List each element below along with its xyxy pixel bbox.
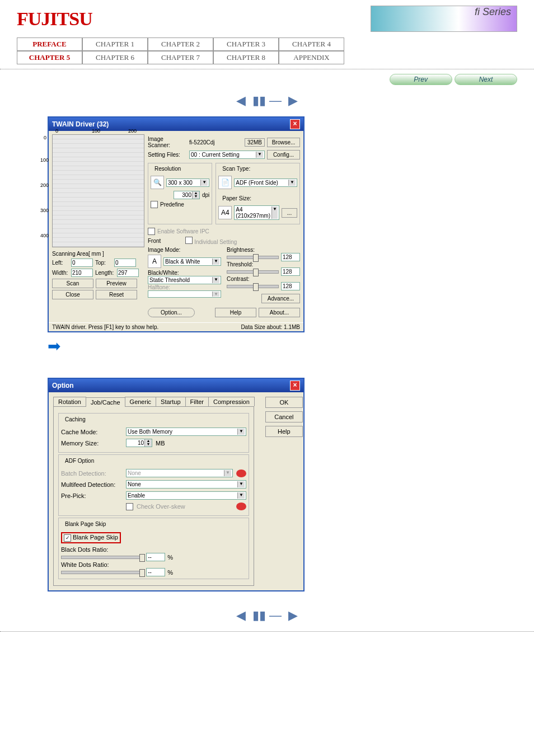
paper-size-combo[interactable]: A4 (210x297mm)▼ <box>234 205 279 220</box>
image-mode-combo[interactable]: Black & White▼ <box>163 257 221 266</box>
multifeed-combo[interactable]: None▼ <box>126 480 246 489</box>
dpi-input[interactable] <box>174 191 192 199</box>
image-mode-icon: A <box>148 255 161 268</box>
option-help-button[interactable]: Help <box>265 426 303 437</box>
option-button[interactable]: Option... <box>148 308 195 317</box>
ipc-checkbox <box>148 228 155 235</box>
twain-dialog: TWAIN Driver (32) × 0 100 200 0 100 200 … <box>48 116 305 332</box>
tab-generic[interactable]: Generic <box>125 397 157 406</box>
white-ratio-slider[interactable] <box>61 571 144 574</box>
brightness-slider[interactable] <box>227 256 279 259</box>
preview-area: 0 100 200 0 100 200 300 400 <box>52 134 144 247</box>
white-ratio-value[interactable] <box>146 568 165 576</box>
nav-ch1[interactable]: CHAPTER 1 <box>82 37 148 51</box>
option-title: Option <box>52 382 74 389</box>
scan-type-icon: 📄 <box>218 176 232 189</box>
width-input[interactable] <box>71 269 93 277</box>
nav-appendix[interactable]: APPENDIX <box>279 51 344 64</box>
cancel-button[interactable]: Cancel <box>265 411 303 422</box>
tab-jobcache[interactable]: Job/Cache <box>86 397 125 407</box>
nav-ch2[interactable]: CHAPTER 2 <box>148 37 213 51</box>
ok-button[interactable]: OK <box>265 397 303 408</box>
page-next-icon-b[interactable]: ▶ <box>288 608 298 622</box>
option-close-icon[interactable]: × <box>290 381 300 391</box>
arrow-right-icon: ➡ <box>48 337 534 355</box>
black-ratio-value[interactable] <box>146 553 165 561</box>
individual-checkbox <box>185 237 193 244</box>
browse-button[interactable]: Browse... <box>267 138 300 147</box>
memory-size-input[interactable] <box>127 439 144 447</box>
prev-button[interactable]: Prev <box>390 74 452 85</box>
option-dialog: Option × Rotation Job/Cache Generic Star… <box>48 378 305 591</box>
nav-ch5[interactable]: CHAPTER 5 <box>17 51 82 64</box>
scan-button[interactable]: Scan <box>52 279 93 288</box>
bw-combo[interactable]: Static Threshold▼ <box>148 276 221 284</box>
tab-rotation[interactable]: Rotation <box>53 397 86 406</box>
paper-size-icon: A4 <box>218 206 232 219</box>
resolution-icon: 🔍 <box>151 176 164 189</box>
resolution-combo[interactable]: 300 x 300▼ <box>166 179 209 187</box>
close-button[interactable]: Close <box>52 290 93 299</box>
advance-button[interactable]: Advance... <box>261 294 300 303</box>
threshold-slider[interactable] <box>227 270 279 274</box>
prepick-combo[interactable]: Enable▼ <box>126 491 246 500</box>
preview-button[interactable]: Preview <box>96 279 137 288</box>
contrast-value[interactable] <box>281 282 300 290</box>
threshold-value[interactable] <box>281 267 300 276</box>
tab-compression[interactable]: Compression <box>208 397 255 406</box>
nav-preface[interactable]: PREFACE <box>17 37 82 51</box>
top-input[interactable] <box>114 259 136 267</box>
length-input[interactable] <box>117 269 139 277</box>
nav-ch7[interactable]: CHAPTER 7 <box>148 51 213 64</box>
no-entry-icon <box>236 469 246 477</box>
image-scanner-value: fi-5220Cdj <box>189 139 215 145</box>
close-icon[interactable]: × <box>290 119 300 129</box>
batch-combo: None▼ <box>126 469 233 477</box>
help-button[interactable]: Help <box>215 308 256 317</box>
setting-files-combo[interactable]: 00 : Current Setting▼ <box>189 151 265 159</box>
black-ratio-slider[interactable] <box>61 556 144 559</box>
nav-ch4[interactable]: CHAPTER 4 <box>279 37 344 51</box>
status-text: TWAIN driver. Press [F1] key to show hel… <box>52 324 158 330</box>
page-prev-icon-b[interactable]: ◀ <box>236 608 246 622</box>
chapter-nav: PREFACE CHAPTER 1 CHAPTER 2 CHAPTER 3 CH… <box>17 37 517 64</box>
contrast-slider[interactable] <box>227 285 279 288</box>
blank-page-skip-checkbox[interactable]: ✓ <box>64 534 71 542</box>
no-entry-icon-2 <box>236 503 246 510</box>
banner: fi Series <box>371 6 517 32</box>
reset-button[interactable]: Reset <box>96 290 137 299</box>
fujitsu-logo: FUJITSU <box>17 8 92 30</box>
scanning-area-label: Scanning Area[ mm ] <box>52 251 144 257</box>
brightness-value[interactable] <box>281 253 300 261</box>
config-button[interactable]: Config... <box>267 150 300 159</box>
tab-startup[interactable]: Startup <box>156 397 185 406</box>
cache-mode-combo[interactable]: Use Both Memory▼ <box>126 428 246 436</box>
nav-ch8[interactable]: CHAPTER 8 <box>213 51 279 64</box>
next-button[interactable]: Next <box>455 74 517 85</box>
page-next-icon[interactable]: ▶ <box>288 93 298 107</box>
left-input[interactable] <box>71 259 93 267</box>
pager-bottom: ◀ ▮▮— ▶ <box>0 608 534 623</box>
about-button[interactable]: About... <box>259 308 300 317</box>
halftone-combo: ▼ <box>148 290 221 298</box>
data-size-value: 1.1MB <box>284 324 300 330</box>
predefine-checkbox[interactable] <box>151 201 158 208</box>
paper-more-button[interactable]: ... <box>282 208 297 218</box>
page-prev-icon[interactable]: ◀ <box>236 93 246 107</box>
scan-type-combo[interactable]: ADF (Front Side)▼ <box>234 179 297 187</box>
twain-title: TWAIN Driver (32) <box>52 120 109 128</box>
tab-filter[interactable]: Filter <box>185 397 209 406</box>
overskew-checkbox <box>126 503 133 510</box>
nav-ch3[interactable]: CHAPTER 3 <box>213 37 279 51</box>
pager-top: ◀ ▮▮— ▶ <box>0 93 534 108</box>
blank-page-skip-highlight: ✓ Blank Page Skip <box>61 532 121 543</box>
nav-ch6[interactable]: CHAPTER 6 <box>82 51 148 64</box>
mem-badge: 32MB <box>245 138 265 147</box>
